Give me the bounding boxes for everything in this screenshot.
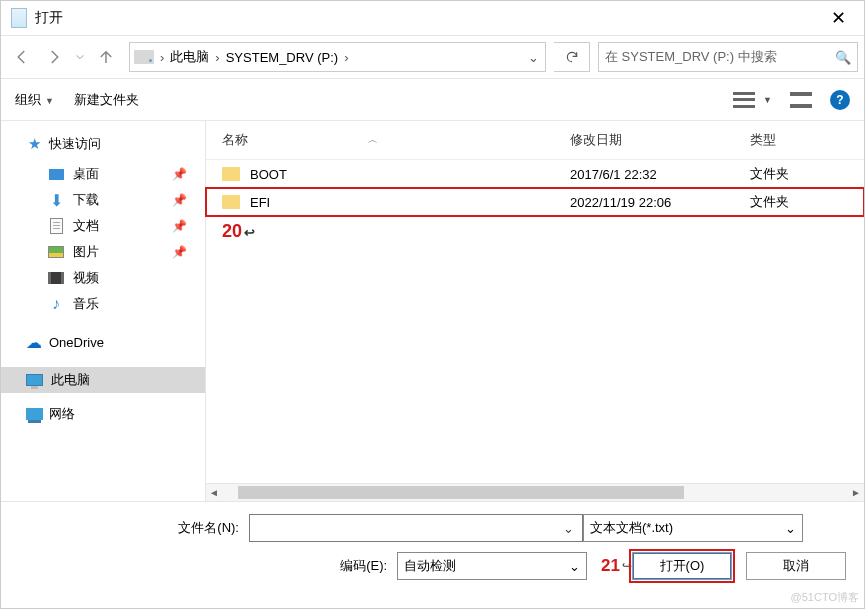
annotation-21: 21 (601, 556, 620, 576)
sidebar-desktop[interactable]: 桌面📌 (25, 161, 205, 187)
sidebar-downloads[interactable]: ⬇下载📌 (25, 187, 205, 213)
recent-dropdown[interactable] (71, 42, 89, 72)
bottom-panel: 文件名(N): ⌄ 文本文档(*.txt)⌄ 编码(E): 自动检测⌄ 21↪ … (1, 501, 864, 608)
drive-icon (134, 50, 154, 64)
picture-icon (47, 243, 65, 261)
column-name[interactable]: 名称︿ (222, 131, 570, 149)
folder-icon (222, 167, 240, 181)
view-preview-button[interactable] (790, 92, 812, 108)
filetype-select[interactable]: 文本文档(*.txt)⌄ (583, 514, 803, 542)
video-icon (47, 269, 65, 287)
document-icon (11, 8, 27, 28)
pin-icon: 📌 (172, 167, 187, 181)
download-icon: ⬇ (47, 191, 65, 209)
scroll-left-icon[interactable]: ◄ (206, 484, 222, 501)
up-button[interactable] (91, 42, 121, 72)
column-date[interactable]: 修改日期 (570, 131, 750, 149)
breadcrumb-drive[interactable]: SYSTEM_DRV (P:) (222, 50, 342, 65)
sidebar-music[interactable]: ♪音乐 (25, 291, 205, 317)
toolbar: 组织▼ 新建文件夹 ▼ ? (1, 79, 864, 121)
sidebar-network[interactable]: 网络 (25, 405, 205, 423)
desktop-icon (47, 165, 65, 183)
sidebar: ★快速访问 桌面📌 ⬇下载📌 文档📌 图片📌 视频 ♪音乐 ☁OneDrive … (1, 121, 206, 501)
view-list-button[interactable]: ▼ (733, 92, 772, 108)
window-title: 打开 (35, 9, 63, 27)
search-icon: 🔍 (835, 50, 851, 65)
pin-icon: 📌 (172, 193, 187, 207)
breadcrumb-sep: › (158, 50, 166, 65)
encoding-label: 编码(E): (340, 557, 397, 575)
file-row-selected[interactable]: EFI 2022/11/19 22:06 文件夹 (206, 188, 864, 216)
search-placeholder: 在 SYSTEM_DRV (P:) 中搜索 (605, 48, 777, 66)
file-row[interactable]: BOOT 2017/6/1 22:32 文件夹 (206, 160, 864, 188)
network-icon (25, 405, 43, 423)
annotation-20: 20 (222, 221, 255, 242)
sort-asc-icon: ︿ (368, 133, 378, 147)
column-headers: 名称︿ 修改日期 类型 (206, 121, 864, 160)
sidebar-documents[interactable]: 文档📌 (25, 213, 205, 239)
folder-icon (222, 195, 240, 209)
address-dropdown-icon[interactable]: ⌄ (521, 50, 545, 65)
filename-label: 文件名(N): (19, 519, 249, 537)
nav-bar: › 此电脑 › SYSTEM_DRV (P:) › ⌄ 在 SYSTEM_DRV… (1, 35, 864, 79)
document-icon (47, 217, 65, 235)
cloud-icon: ☁ (25, 333, 43, 351)
forward-button[interactable] (39, 42, 69, 72)
search-input[interactable]: 在 SYSTEM_DRV (P:) 中搜索 🔍 (598, 42, 858, 72)
music-icon: ♪ (47, 295, 65, 313)
address-bar[interactable]: › 此电脑 › SYSTEM_DRV (P:) › ⌄ (129, 42, 546, 72)
watermark: @51CTO博客 (791, 590, 859, 605)
breadcrumb-root[interactable]: 此电脑 (166, 48, 213, 66)
sidebar-videos[interactable]: 视频 (25, 265, 205, 291)
close-icon[interactable]: ✕ (823, 3, 854, 33)
organize-menu[interactable]: 组织▼ (15, 91, 54, 109)
help-button[interactable]: ? (830, 90, 850, 110)
refresh-button[interactable] (554, 42, 590, 72)
scroll-right-icon[interactable]: ► (848, 484, 864, 501)
sidebar-this-pc[interactable]: 此电脑 (1, 367, 205, 393)
pin-icon: 📌 (172, 219, 187, 233)
sidebar-quick-access[interactable]: ★快速访问 (25, 135, 205, 153)
filename-input[interactable] (249, 514, 583, 542)
new-folder-button[interactable]: 新建文件夹 (74, 91, 139, 109)
file-list: 名称︿ 修改日期 类型 BOOT 2017/6/1 22:32 文件夹 EFI … (206, 121, 864, 501)
horizontal-scrollbar[interactable]: ◄ ► (206, 483, 864, 501)
sidebar-onedrive[interactable]: ☁OneDrive (25, 333, 205, 351)
column-type[interactable]: 类型 (750, 131, 864, 149)
cancel-button[interactable]: 取消 (746, 552, 846, 580)
pc-icon (25, 371, 43, 389)
pin-icon: 📌 (172, 245, 187, 259)
back-button[interactable] (7, 42, 37, 72)
encoding-select[interactable]: 自动检测⌄ (397, 552, 587, 580)
sidebar-pictures[interactable]: 图片📌 (25, 239, 205, 265)
star-icon: ★ (25, 135, 43, 153)
open-button[interactable]: 打开(O) (632, 552, 732, 580)
title-bar: 打开 ✕ (1, 1, 864, 35)
